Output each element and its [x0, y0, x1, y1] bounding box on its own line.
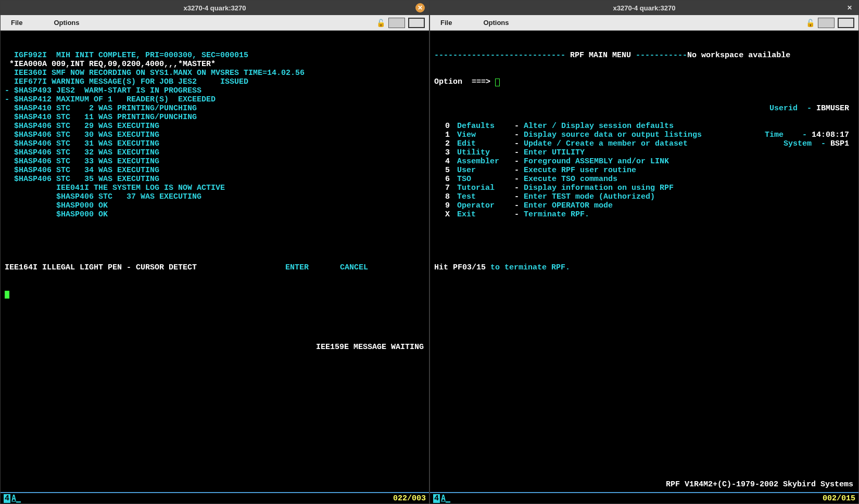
file-menu-right[interactable]: File [435, 17, 457, 29]
console-line: $HASP000 OK [5, 210, 425, 219]
console-line: $HASP406 STC 29 WAS EXECUTING [5, 122, 425, 131]
console-line: $HASP410 STC 2 WAS PRINTING/PUNCHING [5, 104, 425, 113]
console-line: - $HASP493 JES2 WARM-START IS IN PROGRES… [5, 86, 425, 95]
menu-option-5[interactable]: 5User- Execute RPF user routine [434, 166, 854, 175]
info-value: 14:08:17 [812, 131, 849, 139]
option-dash: - [514, 139, 524, 148]
option-number: 1 [434, 131, 450, 139]
right-terminal[interactable]: ---------------------------- RPF MAIN ME… [430, 31, 858, 492]
keyboard-icon-right-2[interactable] [838, 18, 854, 28]
header-title: RPF MAIN MENU [565, 51, 636, 60]
option-name: Defaults [457, 122, 514, 131]
userid-label: Userid - [769, 104, 816, 113]
option-dash: - [514, 148, 524, 157]
close-button-left[interactable]: ✕ [415, 3, 425, 12]
status-indicator-left: 4 [4, 494, 10, 503]
option-desc: Display source data or output listings [524, 131, 702, 139]
option-name: TSO [457, 175, 514, 184]
keyboard-icon-right-1[interactable] [818, 18, 835, 28]
option-dash: - [514, 210, 524, 219]
console-line: $HASP406 STC 37 WAS EXECUTING [5, 192, 425, 201]
left-window-title: x3270-4 quark:3270 [184, 4, 246, 12]
close-button-right[interactable]: ✕ [845, 3, 854, 12]
console-line: $HASP406 STC 32 WAS EXECUTING [5, 148, 425, 157]
status-a-left: A̲ [11, 494, 21, 503]
hit-post: to terminate RPF. [486, 263, 570, 272]
console-line: $HASP406 STC 35 WAS EXECUTING [5, 175, 425, 184]
status-indicator-right: 4 [433, 494, 440, 503]
option-number: 6 [434, 175, 450, 184]
option-name: Assembler [457, 157, 514, 166]
option-number: 8 [434, 192, 450, 201]
option-dash: - [514, 175, 524, 184]
enter-button[interactable]: ENTER [285, 263, 309, 272]
option-dash: - [514, 157, 524, 166]
option-name: Tutorial [457, 184, 514, 192]
right-menubar: File Options [430, 15, 858, 31]
left-statusbar: 4A̲ 022/003 [1, 492, 429, 503]
menu-option-6[interactable]: 6TSO- Execute TSO commands [434, 175, 854, 184]
option-number: X [434, 210, 450, 219]
option-number: 3 [434, 148, 450, 157]
option-name: View [457, 131, 514, 139]
right-terminal-window: x3270-4 quark:3270 ✕ File Options ------… [430, 0, 859, 504]
cursor-pos-left: 022/003 [393, 494, 426, 503]
header-dash-l: ---------------------------- [434, 51, 565, 60]
menu-option-1[interactable]: 1View- Display source data or output lis… [434, 131, 854, 139]
option-desc: Foreground ASSEMBLY and/or LINK [524, 157, 669, 166]
option-prompt-label: Option ===> [434, 77, 495, 86]
cursor-pos-right: 002/015 [823, 494, 855, 503]
option-desc: Enter TEST mode (Authorized) [524, 192, 655, 201]
console-line: $HASP410 STC 11 WAS PRINTING/PUNCHING [5, 113, 425, 122]
right-titlebar: x3270-4 quark:3270 ✕ [430, 1, 858, 15]
menu-option-X[interactable]: XExit- Terminate RPF. [434, 210, 854, 219]
right-statusbar: 4A̲ 002/015 [430, 492, 858, 503]
lock-icon-right[interactable] [806, 19, 815, 27]
menu-option-3[interactable]: 3Utility- Enter UTILITY [434, 148, 854, 157]
cancel-button[interactable]: CANCEL [340, 263, 368, 272]
options-menu-right[interactable]: Options [478, 17, 514, 29]
console-line: $HASP406 STC 30 WAS EXECUTING [5, 131, 425, 139]
menu-option-8[interactable]: 8Test- Enter TEST mode (Authorized) [434, 192, 854, 201]
option-name: User [457, 166, 514, 175]
console-line: IEF677I WARNING MESSAGE(S) FOR JOB JES2 … [5, 77, 425, 86]
hit-key: PF03/15 [453, 263, 486, 272]
info-value: BSP1 [830, 139, 849, 148]
console-line: $HASP406 STC 34 WAS EXECUTING [5, 166, 425, 175]
right-window-title: x3270-4 quark:3270 [613, 4, 676, 12]
option-desc: Enter UTILITY [524, 148, 585, 157]
option-name: Edit [457, 139, 514, 148]
option-number: 5 [434, 166, 450, 175]
lock-icon-left[interactable] [376, 19, 385, 27]
console-line: IEE360I SMF NOW RECORDING ON SYS1.MANX O… [5, 69, 425, 77]
menu-option-4[interactable]: 4Assembler- Foreground ASSEMBLY and/or L… [434, 157, 854, 166]
header-dash-r: ----------- [636, 51, 687, 60]
menu-option-2[interactable]: 2Edit- Update / Create a member or datas… [434, 139, 854, 148]
console-line: IGF992I MIH INIT COMPLETE, PRI=000300, S… [5, 51, 425, 60]
file-menu-left[interactable]: File [6, 17, 28, 29]
left-terminal[interactable]: IGF992I MIH INIT COMPLETE, PRI=000300, S… [1, 31, 429, 492]
console-line: $HASP000 OK [5, 201, 425, 210]
options-menu-left[interactable]: Options [48, 17, 84, 29]
console-line: - $HASP412 MAXIMUM OF 1 READER(S) EXCEED… [5, 95, 425, 104]
option-dash: - [514, 122, 524, 131]
prompt-msg: IEE164I ILLEGAL LIGHT PEN - CURSOR DETEC… [5, 263, 197, 272]
option-dash: - [514, 184, 524, 192]
header-tail: No workspace available [687, 51, 790, 60]
userid-value: IBMUSER [816, 104, 849, 113]
cursor-left [5, 291, 9, 299]
menu-option-7[interactable]: 7Tutorial- Display information on using … [434, 184, 854, 192]
menu-option-9[interactable]: 9Operator- Enter OPERATOR mode [434, 201, 854, 210]
console-line: *IEA000A 009,INT REQ,09,0200,4000,,,*MAS… [5, 60, 425, 69]
keyboard-icon-left-2[interactable] [408, 18, 425, 28]
menu-option-0[interactable]: 0Defaults- Alter / Display session defau… [434, 122, 854, 131]
keyboard-icon-left-1[interactable] [388, 18, 405, 28]
console-line: $HASP406 STC 31 WAS EXECUTING [5, 139, 425, 148]
option-desc: Execute TSO commands [524, 175, 617, 184]
cursor-right[interactable] [495, 79, 500, 86]
info-label: System - [784, 139, 830, 148]
hit-pre: Hit [434, 263, 453, 272]
option-number: 7 [434, 184, 450, 192]
option-desc: Enter OPERATOR mode [524, 201, 613, 210]
option-name: Test [457, 192, 514, 201]
